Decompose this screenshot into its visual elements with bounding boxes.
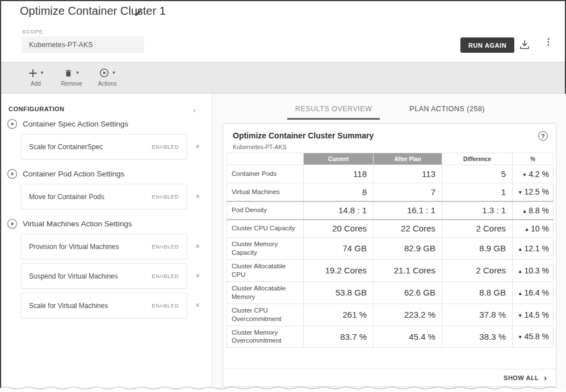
status-badge: ENABLED [152,193,179,200]
percent-change: ▲16.4 % [513,281,554,304]
summary-title: Optimize Container Cluster Summary [233,131,374,140]
after-plan-value: 82.9 GB [374,238,442,260]
remove-policy-button[interactable]: × [193,301,202,310]
help-button[interactable]: ? [538,131,548,141]
column-header-empty [227,153,304,165]
after-plan-value: 45.4 % [374,326,442,348]
actions-button-label: Actions [98,81,117,87]
caret-down-icon[interactable]: ▾ [41,70,44,75]
table-row: Cluster Memory Overcommitment 83.7 % 45.… [227,326,554,348]
metric-label: Cluster Allocatable CPU [227,259,304,281]
remove-policy-button[interactable]: × [193,192,202,201]
plus-icon [28,69,37,78]
percent-change: ▲12.1 % [513,238,554,260]
current-value: 83.7 % [304,326,374,348]
close-icon: × [195,242,200,251]
expand-section-icon[interactable] [7,218,18,229]
run-again-button[interactable]: RUN AGAIN [460,37,514,53]
table-row: Cluster Memory Capacity 74 GB 82.9 GB 8.… [227,238,554,260]
chevron-right-icon: › [544,374,547,382]
metric-label: Virtual Machines [227,183,304,201]
tab-results-overview[interactable]: RESULTS OVERVIEW [287,105,380,120]
scope-input[interactable]: Kubernetes-PT-AKS [22,36,144,53]
column-header-current: Current [304,153,374,165]
trend-up-icon: ▲ [525,226,529,232]
show-all-button[interactable]: SHOW ALL › [223,369,556,386]
policy-card-suspend-vms[interactable]: Suspend for Virtual Machines ENABLED [20,263,187,289]
add-button-label: Add [31,81,41,87]
metric-label: Container Pods [227,165,304,183]
chevron-left-icon: ‹ [193,105,196,115]
configuration-panel: CONFIGURATION ‹ Container Spec Action Se… [1,94,212,392]
remove-policy-button[interactable]: × [193,271,202,280]
difference-value: 38.3 % [442,326,513,348]
remove-button[interactable]: ▾ Remove [56,68,87,87]
column-header-after-plan: After Plan [374,153,442,165]
remove-policy-button[interactable]: × [193,142,202,151]
difference-value: 1.3 : 1 [442,201,513,220]
difference-value: 8.8 GB [442,281,513,304]
current-value: 19.2 Cores [304,259,374,281]
policy-label: Scale for ContainerSpec [29,143,103,151]
metric-label: Pod Density [227,201,304,220]
table-row: Cluster Allocatable CPU 19.2 Cores 21.1 … [227,259,554,281]
policy-label: Provision for Virtual Machines [29,243,119,251]
tab-plan-actions[interactable]: PLAN ACTIONS (258) [401,105,493,120]
kebab-icon: ⋮ [544,37,553,47]
summary-card: Optimize Container Cluster Summary Kuber… [223,123,556,387]
actions-button[interactable]: ▾ Actions [91,68,123,87]
policy-card-scale-vms[interactable]: Scale for Virtual Machines ENABLED [20,293,187,318]
table-row: Container Pods 118 113 5 ▼4.2 % [227,165,554,183]
after-plan-value: 16.1 : 1 [374,201,442,220]
policy-card-provision-vms[interactable]: Provision for Virtual Machines ENABLED [20,234,187,259]
difference-value: 8.9 GB [442,238,513,260]
more-options-button[interactable]: ⋮ [544,36,553,47]
table-header-row: Current After Plan Difference % [227,153,554,165]
percent-change: ▼14.5 % [513,304,554,326]
section-title-container-pod: Container Pod Action Settings [23,170,124,178]
status-badge: ENABLED [152,243,179,250]
after-plan-value: 62.6 GB [374,281,442,304]
percent-value: 12.5 % [524,187,549,196]
close-icon: × [195,142,200,151]
after-plan-value: 113 [374,165,442,183]
after-plan-value: 223.2 % [374,304,442,326]
toolbar: ▾ Add ▾ Remove ▾ Actions [1,62,565,94]
section-title-virtual-machines: Virtual Machines Action Settings [23,220,132,228]
metric-label: Cluster CPU Capacity [227,220,304,238]
expand-section-icon[interactable] [7,119,18,129]
percent-value: 8.8 % [529,206,549,215]
expand-section-icon[interactable] [7,168,18,179]
caret-down-icon[interactable]: ▾ [76,70,79,75]
percent-change: ▼4.2 % [513,165,554,183]
edit-title-button[interactable] [134,8,143,17]
caret-down-icon[interactable]: ▾ [112,70,115,75]
percent-change: ▲10.3 % [513,259,554,281]
current-value: 8 [304,183,374,201]
trend-down-icon: ▼ [522,172,527,178]
trash-icon [64,69,73,78]
trend-down-icon: ▼ [518,189,522,195]
trend-up-icon: ▲ [518,246,522,252]
remove-policy-button[interactable]: × [193,242,202,251]
table-row: Virtual Machines 8 7 1 ▼12.5 % [227,183,554,201]
summary-table: Current After Plan Difference % Containe… [227,153,554,348]
percent-value: 12.1 % [524,244,549,253]
policy-card-move-pods[interactable]: Move for Container Pods ENABLED [20,184,187,209]
download-icon [518,39,531,51]
current-value: 74 GB [304,238,374,260]
play-circle-icon [99,68,109,78]
summary-scope: Kubernetes-PT-AKS [233,144,287,150]
add-button[interactable]: ▾ Add [22,68,50,87]
download-button[interactable] [518,39,531,51]
policy-card-scale-containerspec[interactable]: Scale for ContainerSpec ENABLED [20,134,187,159]
metric-label: Cluster CPU Overcommitment [227,304,304,326]
percent-change: ▼12.5 % [513,183,554,201]
status-badge: ENABLED [152,144,179,150]
close-icon: × [195,301,200,310]
trend-down-icon: ▼ [518,334,522,340]
page-title: Optimize Container Cluster 1 [20,5,166,18]
collapse-panel-button[interactable]: ‹ [193,105,196,115]
trend-down-icon: ▼ [518,313,522,318]
table-row: Cluster Allocatable Memory 53.8 GB 62.6 … [227,281,554,304]
